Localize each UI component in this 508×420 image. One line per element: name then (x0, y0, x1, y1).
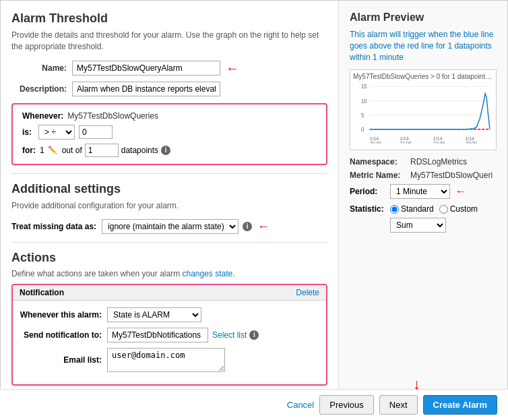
next-button[interactable]: Next (379, 395, 418, 415)
alarm-threshold-title: Alarm Threshold (11, 11, 327, 26)
name-arrow-icon: ← (226, 61, 239, 76)
statistic-standard-label: Standard (401, 204, 434, 214)
cancel-button[interactable]: Cancel (287, 400, 314, 410)
email-list-input[interactable]: user@domain.com (107, 348, 225, 372)
actions-section: Actions Define what actions are taken wh… (11, 251, 327, 410)
notification-box: Notification Delete Whenever this alarm:… (11, 284, 327, 386)
statistic-radio-group: Standard Custom (390, 204, 478, 214)
period-arrow-icon: ← (455, 185, 466, 198)
is-operator-select[interactable]: > ÷ >= ÷ < ÷ <= ÷ (38, 125, 75, 140)
chart-title: My57TestDbSlowQueries > 0 for 1 datapoin… (353, 73, 493, 80)
for-value2-input[interactable] (85, 144, 119, 157)
delete-link[interactable]: Delete (296, 288, 319, 297)
whenever-row: Whenever: My57TestDbSlowQueries (22, 111, 317, 121)
period-label: Period: (350, 187, 390, 196)
changes-state-link[interactable]: changes state (182, 269, 232, 278)
left-panel: Alarm Threshold Provide the details and … (1, 1, 339, 419)
for-value1: 1 (40, 146, 44, 155)
treat-row: Treat missing data as: ignore (maintain … (11, 219, 327, 234)
actions-title: Actions (11, 251, 327, 265)
statistic-custom-label: Custom (450, 204, 478, 214)
svg-text:20:00: 20:00 (370, 141, 381, 144)
pencil-icon[interactable]: ✏️ (48, 146, 57, 154)
whenever-box: Whenever: My57TestDbSlowQueries is: > ÷ … (11, 103, 327, 165)
svg-text:5: 5 (361, 113, 364, 119)
notification-body: Whenever this alarm: State is ALARM Stat… (13, 301, 326, 384)
notification-header-label: Notification (20, 288, 64, 297)
is-row: is: > ÷ >= ÷ < ÷ <= ÷ (22, 125, 317, 140)
metric-name-row: Metric Name: My57TestDbSlowQueri (350, 171, 497, 180)
is-label: is: (22, 127, 38, 137)
whenever-alarm-row: Whenever this alarm: State is ALARM Stat… (20, 307, 319, 322)
preview-title: Alarm Preview (350, 11, 497, 24)
name-label: Name: (11, 63, 72, 73)
preview-desc: This alarm will trigger when the blue li… (350, 29, 497, 63)
statistic-custom-radio[interactable] (439, 205, 448, 214)
for-datapoints: datapoints (121, 146, 158, 155)
statistic-label: Statistic: (350, 204, 390, 214)
select-list-link[interactable]: Select list (212, 330, 247, 340)
treat-missing-select[interactable]: ignore (maintain the alarm state) missin… (102, 219, 239, 234)
notification-info-icon[interactable]: i (249, 330, 259, 340)
statistic-sum-row: Sum Average Minimum Maximum (350, 218, 497, 233)
previous-button[interactable]: Previous (319, 395, 374, 415)
svg-text:0: 0 (361, 127, 364, 133)
description-row: Description: (11, 82, 327, 96)
svg-text:10: 10 (361, 98, 367, 104)
send-notification-row: Send notification to: Select list i (20, 328, 319, 342)
right-panel: Alarm Preview This alarm will trigger wh… (339, 1, 507, 419)
statistic-custom-option: Custom (439, 204, 478, 214)
chart-container: My57TestDbSlowQueries > 0 for 1 datapoin… (350, 69, 497, 150)
whenever-metric: My57TestDbSlowQueries (67, 111, 158, 121)
additional-settings-title: Additional settings (11, 182, 327, 196)
footer: Cancel Previous Next Create Alarm ↓ (0, 389, 508, 420)
description-label: Description: (11, 84, 72, 94)
statistic-standard-radio[interactable] (390, 205, 399, 214)
send-notification-label: Send notification to: (20, 330, 107, 340)
whenever-alarm-label: Whenever this alarm: (20, 310, 107, 320)
metric-name-value: My57TestDbSlowQueri (410, 171, 493, 180)
metric-name-label: Metric Name: (350, 171, 410, 180)
statistic-row: Statistic: Standard Custom (350, 204, 497, 214)
svg-text:22:00: 22:00 (433, 141, 445, 144)
actions-desc-post: . (232, 269, 234, 278)
actions-desc: Define what actions are taken when your … (11, 269, 327, 278)
treat-info-icon[interactable]: i (243, 222, 252, 231)
notification-header: Notification Delete (13, 285, 326, 301)
actions-desc-pre: Define what actions are taken when your … (11, 269, 182, 278)
alarm-threshold-desc: Provide the details and threshold for yo… (11, 30, 327, 53)
main-container: Alarm Threshold Provide the details and … (0, 0, 508, 420)
for-label: for: (22, 146, 36, 155)
additional-settings-desc: Provide additional configuration for you… (11, 200, 327, 212)
datapoints-info-icon[interactable]: i (161, 146, 170, 155)
svg-text:23:00: 23:00 (465, 141, 476, 144)
chart-svg: 15 10 5 0 1/14 20:00 1/14 21:00 1/14 2 (353, 83, 493, 144)
namespace-label: Namespace: (350, 157, 410, 167)
statistic-standard-option: Standard (390, 204, 434, 214)
additional-settings-box: Additional settings Provide additional c… (11, 182, 327, 235)
create-alarm-arrow-icon: ↓ (413, 376, 420, 393)
treat-missing-label: Treat missing data as: (11, 222, 96, 231)
whenever-alarm-select[interactable]: State is ALARM State is OK State is INSU… (107, 307, 201, 322)
period-row: Period: 1 Minute 5 Minutes 15 Minutes ← (350, 184, 497, 199)
namespace-row: Namespace: RDSLogMetrics (350, 157, 497, 167)
treat-arrow-icon: ← (257, 220, 269, 234)
email-list-label: Email list: (20, 355, 107, 365)
svg-text:15: 15 (361, 84, 367, 90)
email-list-row: Email list: user@domain.com (20, 348, 319, 372)
name-input[interactable] (72, 61, 220, 76)
namespace-value: RDSLogMetrics (410, 157, 467, 167)
for-out-of: out of (62, 146, 82, 155)
period-select[interactable]: 1 Minute 5 Minutes 15 Minutes (390, 184, 450, 199)
send-notification-input[interactable] (107, 328, 208, 342)
name-row: Name: ← (11, 61, 327, 76)
is-value-input[interactable] (79, 125, 113, 139)
description-input[interactable] (72, 82, 220, 96)
create-alarm-button[interactable]: Create Alarm (423, 395, 497, 415)
divider-2 (11, 242, 327, 243)
svg-text:21:00: 21:00 (400, 141, 411, 144)
statistic-sum-select[interactable]: Sum Average Minimum Maximum (390, 218, 446, 233)
for-row: for: 1 ✏️ out of datapoints i (22, 144, 317, 157)
whenever-label: Whenever: (22, 111, 63, 121)
divider-1 (11, 173, 327, 174)
